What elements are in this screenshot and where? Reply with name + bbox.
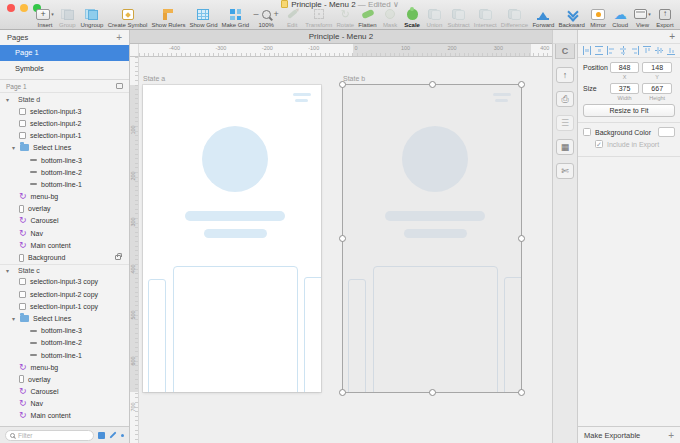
layer-row-select-lines[interactable]: ▾Select Lines xyxy=(0,142,129,154)
selection-handle[interactable] xyxy=(429,81,436,88)
align-bottom-icon[interactable] xyxy=(667,46,675,55)
layer-row-nav[interactable]: ↻Nav xyxy=(0,398,129,410)
selection-handle[interactable] xyxy=(518,235,525,242)
layer-row-bottom-line-1[interactable]: bottom-line-1 xyxy=(0,178,129,190)
make-exportable-row[interactable]: Make Exportable + xyxy=(578,426,680,443)
shape-menu-line-2[interactable] xyxy=(495,99,508,102)
craft-panel-tab[interactable]: C xyxy=(555,44,575,59)
chevron-down-icon[interactable]: ▾ xyxy=(6,96,14,103)
shape-text-bar-2[interactable] xyxy=(204,229,267,238)
plugin-cube-icon[interactable] xyxy=(98,432,105,439)
subtract-button[interactable]: Subtract xyxy=(447,8,469,28)
flatten-button[interactable]: Flatten xyxy=(358,8,376,28)
include-in-export-checkbox[interactable]: ✓ xyxy=(595,140,603,148)
chevron-down-icon[interactable]: ▾ xyxy=(12,144,20,151)
selection-handle[interactable] xyxy=(518,81,525,88)
export-button[interactable]: Export xyxy=(656,8,674,28)
layer-row-bottom-line-3[interactable]: bottom-line-3 xyxy=(0,325,129,337)
shape-carousel-card-center[interactable] xyxy=(173,266,298,392)
chevron-down-icon[interactable]: ▾ xyxy=(6,267,14,274)
artboard-state-b[interactable] xyxy=(343,85,521,392)
shape-text-bar-1[interactable] xyxy=(385,211,485,221)
backward-button[interactable]: Backward xyxy=(558,8,584,28)
shape-carousel-card-left[interactable] xyxy=(348,279,366,392)
show-grid-button[interactable]: Show Grid xyxy=(189,8,217,28)
layer-row-selection-input-3[interactable]: selection-input-3 xyxy=(0,105,129,117)
share-icon[interactable]: ↑ xyxy=(556,67,574,83)
layer-row-selection-input-3-copy[interactable]: selection-input-3 copy xyxy=(0,276,129,288)
artboard-state-a[interactable] xyxy=(143,85,321,392)
shape-text-bar-1[interactable] xyxy=(185,211,285,221)
layer-row-select-lines[interactable]: ▾Select Lines xyxy=(0,312,129,324)
layer-row-selection-input-1-copy[interactable]: selection-input-1 copy xyxy=(0,300,129,312)
view-button[interactable]: ▾View xyxy=(634,8,652,28)
shape-carousel-card-right[interactable] xyxy=(304,277,321,392)
layer-row-selection-input-2[interactable]: selection-input-2 xyxy=(0,117,129,129)
mirror-button[interactable]: Mirror xyxy=(589,8,607,28)
shape-avatar-circle[interactable] xyxy=(202,126,268,192)
y-position-field[interactable]: 148 xyxy=(642,62,672,73)
layer-row-bottom-line-2[interactable]: bottom-line-2 xyxy=(0,166,129,178)
cloud-button[interactable]: ☁Cloud xyxy=(611,8,629,28)
union-button[interactable]: Union xyxy=(425,8,443,28)
shape-menu-line-1[interactable] xyxy=(293,93,311,96)
align-center-horizontal-icon[interactable] xyxy=(619,46,627,55)
transform-button[interactable]: Transform xyxy=(305,8,332,28)
crop-icon[interactable]: ✄ xyxy=(556,163,574,179)
zoom-in-button[interactable]: + xyxy=(274,9,279,19)
resize-to-fit-button[interactable]: Resize to Fit xyxy=(583,104,675,117)
printer-icon[interactable]: ⎙ xyxy=(556,91,574,107)
rotate-button[interactable]: ↻Rotate xyxy=(336,8,354,28)
layer-row-selection-input-2-copy[interactable]: selection-input-2 copy xyxy=(0,288,129,300)
align-middle-vertical-icon[interactable] xyxy=(655,46,663,55)
chevron-down-icon[interactable]: ▾ xyxy=(12,315,20,322)
align-top-icon[interactable] xyxy=(643,46,651,55)
layer-row-nav[interactable]: ↻Nav xyxy=(0,227,129,239)
scale-button[interactable]: Scale xyxy=(403,8,421,28)
zoom-out-button[interactable]: – xyxy=(254,9,259,19)
shape-carousel-card-left[interactable] xyxy=(148,279,166,392)
show-rulers-button[interactable]: Show Rulers xyxy=(151,8,185,28)
make-grid-button[interactable]: Make Grid xyxy=(221,8,249,28)
zoom-button[interactable]: –+100% xyxy=(254,8,279,28)
layer-row-bottom-line-3[interactable]: bottom-line-3 xyxy=(0,154,129,166)
artboard-label-state-a[interactable]: State a xyxy=(143,75,165,82)
layer-row-menu-bg[interactable]: ↻menu-bg xyxy=(0,361,129,373)
layer-row-carousel[interactable]: ↻Carousel xyxy=(0,215,129,227)
selection-handle[interactable] xyxy=(339,235,346,242)
intersect-button[interactable]: Intersect xyxy=(474,8,497,28)
mask-button[interactable]: Mask xyxy=(381,8,399,28)
layer-row-state-d[interactable]: ▾State d xyxy=(0,93,129,105)
selection-handle[interactable] xyxy=(339,81,346,88)
shape-avatar-circle[interactable] xyxy=(402,126,468,192)
ungroup-button[interactable]: Ungroup xyxy=(80,8,103,28)
selection-handle[interactable] xyxy=(339,389,346,396)
filter-input[interactable]: Filter xyxy=(5,430,94,441)
layer-row-main-content[interactable]: ↻Main content xyxy=(0,239,129,251)
height-field[interactable]: 667 xyxy=(642,83,672,94)
shape-menu-line-1[interactable] xyxy=(493,93,511,96)
width-field[interactable]: 375 xyxy=(610,83,640,94)
insert-button[interactable]: ▾Insert xyxy=(36,8,54,28)
make-exportable-add-button[interactable]: + xyxy=(668,430,674,441)
distribute-vertically-icon[interactable] xyxy=(595,46,603,55)
create-symbol-button[interactable]: Create Symbol xyxy=(108,8,148,28)
selection-handle[interactable] xyxy=(518,389,525,396)
list-icon[interactable]: ☰ xyxy=(556,115,574,131)
layer-row-selection-input-1[interactable]: selection-input-1 xyxy=(0,130,129,142)
selection-handle[interactable] xyxy=(429,389,436,396)
shape-carousel-card-right[interactable] xyxy=(504,277,521,392)
add-page-button[interactable]: + xyxy=(116,33,122,43)
vertical-ruler[interactable]: 100200300400500600700 xyxy=(130,57,139,443)
pencil-icon[interactable] xyxy=(109,431,116,438)
background-color-well[interactable] xyxy=(658,127,675,137)
layer-row-bottom-line-1[interactable]: bottom-line-1 xyxy=(0,349,129,361)
layer-row-menu-bg[interactable]: ↻menu-bg xyxy=(0,191,129,203)
layer-row-overlay[interactable]: overlay xyxy=(0,373,129,385)
difference-button[interactable]: Difference xyxy=(501,8,528,28)
background-color-checkbox[interactable] xyxy=(583,128,591,136)
layer-row-bottom-line-2[interactable]: bottom-line-2 xyxy=(0,337,129,349)
add-tab-button[interactable]: + xyxy=(669,31,675,43)
edit-button[interactable]: Edit xyxy=(283,8,301,28)
layer-row-state-c[interactable]: ▾State c xyxy=(0,264,129,276)
